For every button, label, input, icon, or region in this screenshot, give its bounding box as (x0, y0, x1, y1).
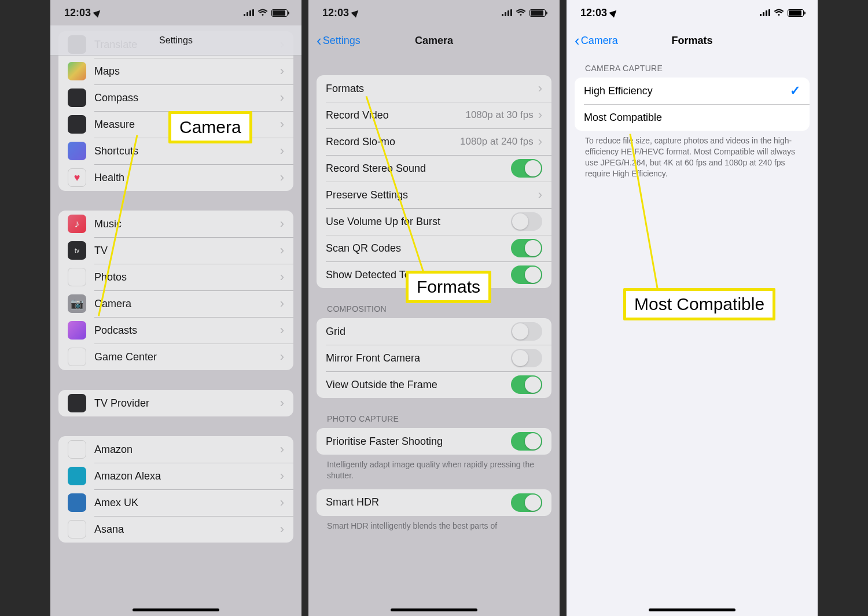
footer-prioritise: Intelligently adapt image quality when r… (317, 455, 551, 481)
back-button[interactable]: ‹Camera (575, 33, 618, 48)
battery-icon (529, 9, 546, 17)
wifi-icon (258, 7, 268, 19)
detected-text-toggle[interactable] (511, 265, 542, 284)
smarthdr-toggle[interactable] (511, 493, 542, 512)
home-indicator[interactable] (133, 608, 219, 611)
page-title: Formats (671, 35, 712, 47)
callout-most-compatible: Most Compatible (623, 288, 775, 320)
chevron-right-icon: › (280, 143, 284, 158)
row-preserve[interactable]: Preserve Settings› (317, 182, 551, 208)
settings-row-compass[interactable]: Compass› (58, 84, 293, 111)
health-icon: ♥ (68, 168, 86, 187)
formats-list[interactable]: CAMERA CAPTURE High Efficiency✓ Most Com… (567, 56, 818, 616)
volume-burst-toggle[interactable] (511, 212, 542, 231)
row-record-slomo[interactable]: Record Slo-mo1080p at 240 fps› (317, 128, 551, 155)
row-record-video[interactable]: Record Video1080p at 30 fps› (317, 102, 551, 128)
chevron-right-icon: › (280, 170, 284, 185)
row-high-efficiency[interactable]: High Efficiency✓ (575, 78, 810, 104)
home-indicator[interactable] (391, 608, 477, 611)
prioritise-toggle[interactable] (511, 432, 542, 451)
settings-row-podcasts[interactable]: Podcasts› (58, 317, 293, 344)
row-volume-burst[interactable]: Use Volume Up for Burst (317, 208, 551, 235)
check-icon: ✓ (790, 83, 800, 98)
chevron-right-icon: › (280, 495, 284, 510)
settings-row-health[interactable]: ♥Health› (58, 164, 293, 191)
home-indicator[interactable] (649, 608, 735, 611)
row-stereo-sound[interactable]: Record Stereo Sound (317, 155, 551, 182)
stereo-sound-toggle[interactable] (511, 159, 542, 178)
status-bar: 12:03 (308, 0, 560, 25)
status-time: 12:03 (580, 7, 607, 19)
row-smarthdr[interactable]: Smart HDR (317, 489, 551, 516)
location-icon (351, 8, 361, 18)
chevron-right-icon: › (538, 134, 542, 149)
row-scan-qr[interactable]: Scan QR Codes (317, 235, 551, 261)
row-view-outside[interactable]: View Outside the Frame (317, 371, 551, 398)
row-mirror[interactable]: Mirror Front Camera (317, 345, 551, 371)
wifi-icon (774, 7, 784, 19)
navbar: ‹Settings Camera (308, 25, 560, 56)
status-bar: 12:03 (50, 0, 301, 25)
scan-qr-toggle[interactable] (511, 239, 542, 257)
settings-row-gamecenter[interactable]: Game Center› (58, 344, 293, 370)
gamecenter-icon (68, 348, 86, 366)
page-title: Settings (159, 35, 193, 46)
tv-icon: tv (68, 241, 86, 260)
settings-row-music[interactable]: ♪Music› (58, 211, 293, 237)
chevron-right-icon: › (280, 243, 284, 258)
grid-toggle[interactable] (511, 322, 542, 341)
settings-row-maps[interactable]: Maps› (58, 58, 293, 84)
tvprovider-icon (68, 394, 86, 412)
navbar: Settings (50, 25, 301, 56)
settings-row-photos[interactable]: ✿Photos› (58, 264, 293, 290)
section-composition: COMPOSITION (327, 304, 551, 313)
chevron-right-icon: › (280, 396, 284, 411)
row-formats[interactable]: Formats› (317, 75, 551, 102)
chevron-right-icon: › (280, 296, 284, 311)
settings-row-asana[interactable]: Asana› (58, 516, 293, 543)
status-bar: 12:03 (567, 0, 818, 25)
chevron-right-icon: › (280, 349, 284, 364)
chevron-right-icon: › (280, 64, 284, 79)
asana-icon (68, 520, 86, 538)
row-most-compatible[interactable]: Most Compatible (575, 104, 810, 131)
chevron-right-icon: › (280, 117, 284, 132)
amex-icon (68, 493, 86, 512)
location-icon (93, 8, 103, 18)
settings-row-amazon[interactable]: Amazon› (58, 436, 293, 463)
callout-camera: Camera (168, 111, 252, 143)
settings-group-3: TV Provider› (58, 390, 293, 416)
back-button[interactable]: ‹Settings (317, 33, 361, 48)
formats-screen: 12:03 ‹Camera Formats CAMERA CAPTURE Hig… (567, 0, 818, 616)
chevron-right-icon: › (280, 270, 284, 285)
settings-group-4: Amazon› Amazon Alexa› Amex UK› Asana› (58, 436, 293, 543)
battery-icon (271, 9, 288, 17)
settings-row-tv[interactable]: tvTV› (58, 237, 293, 264)
row-grid[interactable]: Grid (317, 318, 551, 345)
amazon-icon (68, 440, 86, 459)
compass-icon (68, 88, 86, 107)
settings-row-amex[interactable]: Amex UK› (58, 489, 293, 516)
settings-row-alexa[interactable]: Amazon Alexa› (58, 463, 293, 489)
row-prioritise[interactable]: Prioritise Faster Shooting (317, 428, 551, 455)
view-outside-toggle[interactable] (511, 375, 542, 394)
settings-row-camera[interactable]: 📷Camera› (58, 290, 293, 317)
chevron-right-icon: › (538, 187, 542, 202)
location-icon (609, 8, 619, 18)
mirror-toggle[interactable] (511, 349, 542, 367)
footer-smarthdr: Smart HDR intelligently blends the best … (317, 516, 551, 532)
cellular-icon (760, 9, 770, 16)
settings-row-tvprovider[interactable]: TV Provider› (58, 390, 293, 416)
chevron-right-icon: › (538, 108, 542, 123)
cellular-icon (244, 9, 254, 16)
shortcuts-icon (68, 142, 86, 160)
status-time: 12:03 (64, 7, 91, 19)
camera-icon: 📷 (68, 294, 86, 313)
camera-settings-list[interactable]: Formats› Record Video1080p at 30 fps› Re… (308, 56, 560, 616)
battery-icon (788, 9, 804, 17)
chevron-right-icon: › (280, 323, 284, 338)
music-icon: ♪ (68, 215, 86, 233)
camera-group-4: Smart HDR (317, 489, 551, 516)
navbar: ‹Camera Formats (567, 25, 818, 56)
section-photo-capture: PHOTO CAPTURE (327, 414, 551, 423)
